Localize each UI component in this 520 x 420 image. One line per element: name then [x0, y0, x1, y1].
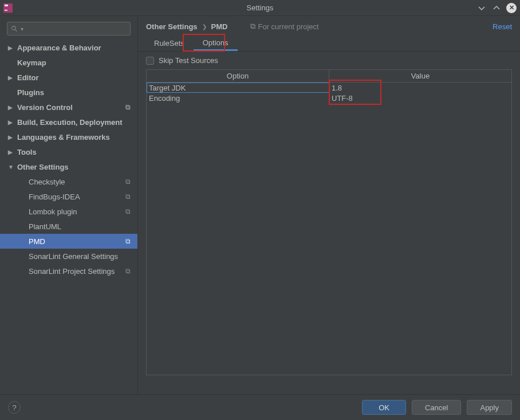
window-title: Settings: [0, 3, 520, 12]
cell-option: Target JDK: [147, 83, 329, 93]
svg-point-3: [12, 26, 16, 30]
col-option[interactable]: Option: [147, 70, 329, 82]
table-header: Option Value: [147, 70, 511, 83]
breadcrumb-current: PMD: [211, 22, 228, 31]
tree-item-plantuml[interactable]: PlantUML: [0, 219, 137, 234]
skip-test-sources-label: Skip Test Sources: [159, 56, 218, 65]
breadcrumb: Other Settings ❯ PMD ⧉ For current proje…: [138, 16, 520, 36]
cell-value[interactable]: 1.8: [329, 83, 511, 93]
ok-button[interactable]: OK: [362, 400, 406, 415]
tree-item-keymap[interactable]: Keymap: [0, 55, 137, 70]
apply-button[interactable]: Apply: [467, 400, 512, 415]
window-controls: ✕: [476, 3, 517, 13]
svg-line-4: [15, 29, 17, 31]
search-input[interactable]: ▾: [7, 22, 131, 36]
tree-item-version-control[interactable]: ▶Version Control⧉: [0, 100, 137, 115]
tree-item-languages[interactable]: ▶Languages & Frameworks: [0, 129, 137, 144]
main-panel: Other Settings ❯ PMD ⧉ For current proje…: [138, 16, 520, 394]
tree-item-pmd[interactable]: PMD⧉: [0, 234, 137, 249]
copy-icon: ⧉: [125, 207, 131, 215]
tree-item-lombok[interactable]: Lombok plugin⧉: [0, 204, 137, 219]
copy-icon: ⧉: [250, 22, 255, 31]
tree-item-findbugs[interactable]: FindBugs-IDEA⧉: [0, 189, 137, 204]
tree-item-build[interactable]: ▶Build, Execution, Deployment: [0, 115, 137, 129]
breadcrumb-parent[interactable]: Other Settings: [146, 22, 198, 31]
copy-icon: ⧉: [125, 267, 131, 275]
tree-item-tools[interactable]: ▶Tools: [0, 144, 137, 159]
skip-test-sources-row: Skip Test Sources: [138, 52, 520, 69]
cell-value[interactable]: UTF-8: [329, 93, 511, 103]
footer: ? OK Cancel Apply: [0, 394, 520, 420]
copy-icon: ⧉: [125, 193, 131, 201]
close-button[interactable]: ✕: [506, 3, 517, 13]
tab-options[interactable]: Options: [194, 36, 238, 51]
chevron-right-icon: ❯: [202, 23, 207, 30]
settings-tree: ▶Appearance & Behavior Keymap ▶Editor Pl…: [0, 40, 137, 394]
tree-item-appearance[interactable]: ▶Appearance & Behavior: [0, 40, 137, 55]
table-row[interactable]: Encoding UTF-8: [147, 93, 511, 103]
tree-item-other-settings[interactable]: ▼Other Settings: [0, 159, 137, 174]
tree-item-checkstyle[interactable]: Checkstyle⧉: [0, 174, 137, 189]
copy-icon: ⧉: [125, 103, 131, 111]
reset-link[interactable]: Reset: [493, 22, 512, 31]
tree-item-editor[interactable]: ▶Editor: [0, 70, 137, 85]
tree-item-plugins[interactable]: Plugins: [0, 85, 137, 100]
maximize-button[interactable]: [491, 3, 502, 13]
skip-test-sources-checkbox[interactable]: [146, 57, 154, 65]
tree-item-sonarlint-project[interactable]: SonarLint Project Settings⧉: [0, 264, 137, 278]
sidebar: ▾ ▶Appearance & Behavior Keymap ▶Editor …: [0, 16, 138, 394]
cancel-button[interactable]: Cancel: [412, 400, 461, 415]
titlebar: Settings ✕: [0, 0, 520, 16]
tab-bar: RuleSets Options: [138, 36, 520, 52]
minimize-button[interactable]: [476, 3, 487, 13]
tab-rulesets[interactable]: RuleSets: [145, 36, 194, 51]
tree-item-sonarlint-general[interactable]: SonarLint General Settings: [0, 249, 137, 264]
copy-icon: ⧉: [125, 237, 131, 245]
cell-option: Encoding: [147, 93, 329, 103]
copy-icon: ⧉: [125, 178, 131, 186]
options-table: Option Value Target JDK 1.8 Encoding UTF…: [146, 69, 512, 375]
help-button[interactable]: ?: [8, 401, 21, 414]
col-value[interactable]: Value: [329, 70, 511, 82]
search-icon: [11, 25, 18, 33]
table-row[interactable]: Target JDK 1.8: [147, 83, 511, 93]
project-scope-hint: ⧉ For current project: [250, 22, 318, 31]
